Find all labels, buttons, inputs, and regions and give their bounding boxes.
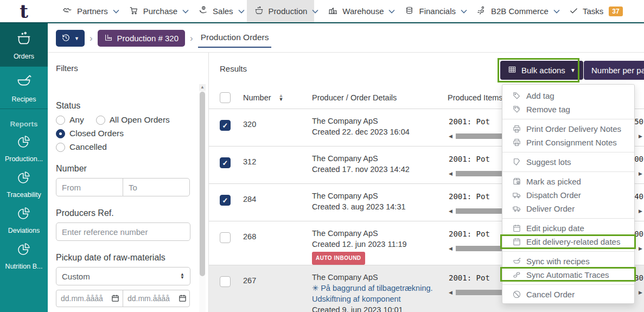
menu-item-suggest-lots[interactable]: Suggest lots bbox=[502, 155, 634, 169]
scroll-left-arrow-icon[interactable]: ◀ bbox=[449, 290, 452, 295]
history-icon bbox=[61, 33, 71, 44]
pickup-date-range-select[interactable]: Custom ▲▼ bbox=[56, 267, 190, 285]
menu-item-sync-automatic-traces[interactable]: Sync Automatic Traces bbox=[502, 268, 634, 282]
scroll-right-arrow-icon[interactable]: ▶ bbox=[639, 246, 642, 251]
scroll-right-arrow-icon[interactable]: ▶ bbox=[639, 133, 642, 139]
radio-icon bbox=[56, 116, 65, 125]
breadcrumb-production-320[interactable]: Production # 320 bbox=[98, 30, 185, 47]
sidebar-item-deviations-report[interactable]: Deviations bbox=[0, 202, 48, 238]
menu-divider bbox=[502, 251, 634, 252]
radio-all-open-orders[interactable]: All Open Orders bbox=[96, 115, 170, 125]
menu-item-sync-with-recipes[interactable]: Sync with recipes bbox=[502, 254, 634, 268]
menu-item-mark-as-picked[interactable]: Mark as picked bbox=[502, 175, 634, 188]
menu-item-add-tag[interactable]: Add tag bbox=[502, 89, 634, 103]
scroll-right-arrow-icon[interactable]: ▶ bbox=[639, 208, 642, 214]
row-checkbox[interactable]: ✓ bbox=[220, 120, 231, 131]
top-navigation-bar: t Partners Purchase Sales Production bbox=[0, 0, 644, 23]
radio-closed-orders[interactable]: Closed Orders bbox=[56, 129, 124, 138]
nav-item-production[interactable]: Production bbox=[247, 0, 315, 22]
sidebar-item-recipes[interactable]: Recipes bbox=[0, 67, 48, 109]
calendar-icon[interactable] bbox=[111, 294, 119, 302]
caret-down-icon: ▼ bbox=[74, 36, 79, 41]
created-timestamp: Created 22. dec 2023 16:04 bbox=[312, 126, 448, 137]
menu-item-print-order-delivery-notes[interactable]: Print Order Delivery Notes bbox=[502, 122, 634, 136]
number-per-page-button[interactable]: Number per page bbox=[584, 61, 644, 80]
history-back-button[interactable]: ▼ bbox=[56, 30, 85, 47]
chevron-down-icon[interactable] bbox=[113, 9, 119, 14]
nav-item-financials[interactable]: Financials bbox=[397, 0, 463, 22]
menu-item-edit-pickup-date[interactable]: Edit pickup date bbox=[502, 221, 634, 235]
bulk-actions-button[interactable]: Bulk actions ▼ bbox=[500, 61, 583, 80]
nav-item-tasks[interactable]: Tasks 37 bbox=[562, 0, 630, 22]
sidebar-item-orders[interactable]: Orders bbox=[0, 23, 48, 66]
scroll-left-arrow-icon[interactable]: ◀ bbox=[449, 133, 452, 139]
row-checkbox[interactable]: ✓ bbox=[220, 195, 231, 206]
filters-title: Filters bbox=[56, 63, 208, 73]
column-header-number[interactable]: Number bbox=[243, 93, 271, 102]
radio-any[interactable]: Any bbox=[56, 115, 84, 125]
nav-item-warehouse[interactable]: Warehouse bbox=[321, 0, 391, 22]
hand-coin-icon bbox=[198, 5, 208, 17]
ban-icon bbox=[512, 290, 521, 299]
number-from-input[interactable] bbox=[56, 178, 123, 196]
radio-selected-icon bbox=[56, 129, 65, 138]
scroll-right-arrow-icon[interactable]: ▶ bbox=[639, 171, 642, 176]
menu-item-cancel-order[interactable]: Cancel Order bbox=[502, 288, 634, 301]
nav-item-purchase[interactable]: Purchase bbox=[122, 0, 184, 22]
calendar-icon[interactable] bbox=[178, 294, 187, 302]
pot-icon bbox=[254, 5, 264, 17]
scrollbar-thumb[interactable] bbox=[200, 92, 205, 276]
main-nav: Partners Purchase Sales Production Wareh… bbox=[55, 0, 630, 22]
box-check-icon bbox=[512, 177, 521, 186]
cart-icon bbox=[129, 5, 139, 17]
chevron-down-icon[interactable] bbox=[182, 9, 189, 14]
production-orders-page: t Partners Purchase Sales Production bbox=[0, 0, 644, 312]
breadcrumb-separator: › bbox=[90, 33, 93, 44]
menu-item-deliver-order[interactable]: Deliver Order bbox=[502, 202, 634, 215]
radio-icon bbox=[56, 143, 65, 152]
number-to-input[interactable] bbox=[123, 178, 190, 196]
nav-item-b2b-commerce[interactable]: B2B Commerce bbox=[469, 0, 556, 22]
scroll-up-arrow-icon[interactable]: ▲ bbox=[199, 84, 206, 91]
breadcrumb-current-page[interactable]: Production Orders bbox=[198, 29, 272, 48]
scroll-left-arrow-icon[interactable]: ◀ bbox=[449, 171, 452, 176]
produced-item-qty: 50 bbox=[634, 117, 643, 126]
produced-item-text: 2001: Pot bbox=[449, 155, 490, 163]
scroll-left-arrow-icon[interactable]: ◀ bbox=[449, 208, 452, 214]
sidebar-item-nutrition-report[interactable]: Nutrition B... bbox=[0, 238, 48, 273]
check-icon bbox=[569, 6, 578, 17]
nav-item-sales[interactable]: Sales bbox=[191, 0, 240, 22]
menu-item-print-consignment-notes[interactable]: Print Consignment Notes bbox=[502, 136, 634, 149]
radio-icon bbox=[96, 116, 105, 125]
chevron-down-icon[interactable] bbox=[553, 9, 560, 14]
producers-ref-input[interactable] bbox=[56, 222, 190, 241]
row-checkbox[interactable] bbox=[220, 232, 231, 243]
scroll-left-arrow-icon[interactable]: ◀ bbox=[449, 246, 452, 251]
factory-icon bbox=[104, 33, 113, 43]
app-logo[interactable]: t bbox=[0, 1, 48, 22]
menu-item-remove-tag[interactable]: Remove tag bbox=[502, 103, 634, 116]
printer-icon bbox=[512, 124, 521, 133]
row-checkbox[interactable]: ✓ bbox=[220, 157, 231, 168]
sidebar-item-traceability-report[interactable]: Traceability bbox=[0, 166, 48, 202]
filters-scrollbar[interactable]: ▲ bbox=[199, 84, 206, 312]
radio-cancelled[interactable]: Cancelled bbox=[56, 142, 107, 152]
sort-icon[interactable]: ▲▼ bbox=[279, 94, 284, 101]
sidebar-reports-header: Reports bbox=[0, 109, 48, 130]
menu-item-edit-delivery-related-dates[interactable]: Edit delivery-related dates bbox=[502, 235, 634, 249]
status-label: Status bbox=[56, 101, 208, 111]
results-title: Results bbox=[220, 64, 247, 73]
nav-item-partners[interactable]: Partners bbox=[55, 0, 115, 22]
chevron-down-icon[interactable] bbox=[312, 9, 318, 14]
row-checkbox[interactable] bbox=[220, 276, 231, 287]
menu-item-dispatch-order[interactable]: Dispatch Order bbox=[502, 188, 634, 202]
warehouse-icon bbox=[328, 5, 338, 17]
chevron-down-icon[interactable] bbox=[388, 9, 395, 14]
chevron-down-icon[interactable] bbox=[238, 9, 245, 14]
chevron-down-icon[interactable] bbox=[461, 9, 467, 14]
scroll-right-arrow-icon[interactable]: ▶ bbox=[639, 290, 642, 295]
select-all-checkbox[interactable] bbox=[220, 92, 231, 103]
filters-panel: Filters Status Any All Open Orders Close… bbox=[48, 53, 209, 312]
sidebar-item-production-report[interactable]: Production... bbox=[0, 130, 48, 166]
pie-chart-icon bbox=[16, 169, 32, 188]
